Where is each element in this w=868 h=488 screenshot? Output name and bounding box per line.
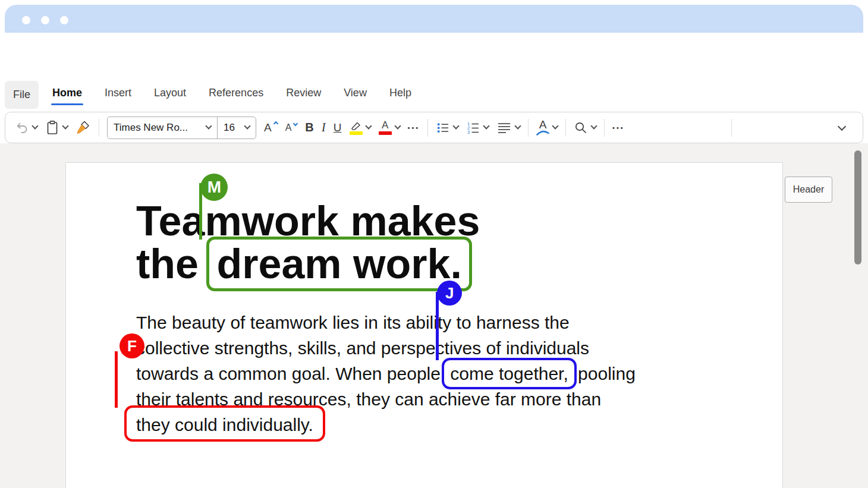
chevron-down-icon [394,122,401,129]
shrink-font-button[interactable]: A [285,122,298,133]
paragraph-text: towards a common goal. When people [136,364,445,383]
more-font-options-button[interactable]: ••• [408,124,420,131]
tab-review[interactable]: Review [285,84,322,105]
word-window: W MyDocument - Saved to Sync.com ⚙ Jason… [0,0,868,488]
italic-button[interactable]: I [322,120,326,135]
paragraph-line-1: The beauty of teamwork lies in its abili… [136,310,570,335]
document-canvas: Teamwork makes the dream work. The beaut… [0,143,868,488]
font-size-value: 16 [224,122,235,134]
window-zoom-button[interactable] [60,16,68,24]
bullet-list-icon [436,121,450,135]
chevron-down-icon [552,122,558,129]
window-close-button[interactable] [22,16,30,24]
tab-file[interactable]: File [5,81,39,109]
bold-button[interactable]: B [305,121,313,134]
font-name-value: Times New Ro... [114,122,188,134]
paragraph-text: pooling [573,364,636,383]
brush-swoosh-icon [536,130,549,136]
caret-up-icon [273,121,278,125]
numbered-list-button[interactable]: 1 2 3 [466,121,489,135]
find-button[interactable] [574,121,596,135]
font-size-select[interactable]: 16 [218,117,256,138]
align-icon [496,121,512,135]
paragraph-line-5: they could individually. [124,412,325,437]
bullet-list-button[interactable] [436,121,458,135]
chevron-down-icon [514,122,521,129]
chevron-down-icon [452,122,459,129]
paragraph-line-2: collective strengths, skills, and perspe… [136,335,589,361]
tab-home[interactable]: Home [51,84,83,105]
more-commands-button[interactable]: ••• [612,124,625,131]
clipboard-icon [45,120,59,136]
chevron-down-icon [244,122,250,129]
tab-insert[interactable]: Insert [103,84,133,105]
grow-font-button[interactable]: A [264,121,278,134]
font-color-button[interactable]: A [379,120,400,135]
window-titlebar [5,5,863,33]
highlight-color-button[interactable] [350,121,371,135]
font-name-select[interactable]: Times New Ro... [108,117,217,138]
undo-icon [15,121,29,135]
header-button[interactable]: Header [785,177,832,203]
window-minimize-button[interactable] [41,16,49,24]
magnifier-icon [574,121,588,135]
numbered-list-icon: 1 2 3 [466,121,480,135]
underline-button[interactable]: U [334,121,342,134]
ribbon-tab-row: File Home Insert Layout References Revie… [0,77,868,112]
vertical-scrollbar[interactable] [854,150,861,265]
align-button[interactable] [496,121,520,135]
toolbar-divider [565,119,566,137]
selection-f-they-could-individually: they could individually. [124,405,325,442]
document-page[interactable]: Teamwork makes the dream work. The beaut… [65,162,783,488]
chevron-down-icon [205,122,212,129]
font-color-swatch [379,131,392,135]
tab-references[interactable]: References [207,84,265,105]
highlight-color-swatch [350,131,363,135]
chevron-down-icon [483,122,489,129]
highlighter-icon [350,121,363,130]
toolbar-divider [427,119,428,137]
chevron-down-icon [590,122,597,129]
toolbar-divider [528,119,529,137]
toolbar-divider [604,119,605,137]
heading-line-2: the dream work. [136,243,468,285]
format-painter-button[interactable] [76,120,91,136]
tab-view[interactable]: View [342,84,368,105]
heading-text: the [136,241,210,287]
font-controls: Times New Ro... 16 [107,117,256,139]
chevron-down-icon [32,122,38,129]
toolbar-divider [99,119,99,137]
toolbar-divider [731,119,732,137]
chevron-down-icon [365,122,372,129]
formatting-toolbar: Times New Ro... 16 A A B I U [5,112,863,143]
chevron-down-icon [62,122,68,129]
undo-button[interactable] [15,121,37,135]
format-painter-icon [76,120,91,136]
svg-text:3: 3 [467,130,470,135]
tab-help[interactable]: Help [388,84,413,105]
selection-j-come-together: come together, [442,358,576,389]
caret-down-icon [293,121,298,125]
tab-layout[interactable]: Layout [153,84,187,105]
text-effects-button[interactable]: A [536,119,558,136]
paste-button[interactable] [45,120,68,136]
paragraph-line-3: towards a common goal. When people come … [136,361,636,386]
selection-m-dream-work: dream work. [206,237,471,291]
app-title-row: W MyDocument - Saved to Sync.com ⚙ Jason [0,33,868,77]
collapse-ribbon-chevron-icon[interactable] [838,122,846,130]
